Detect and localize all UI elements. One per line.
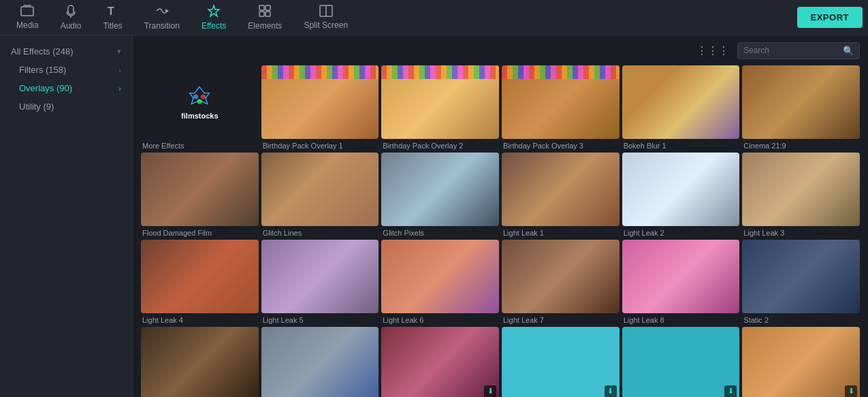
svg-rect-5 (259, 5, 264, 10)
grid-item-birthday3[interactable]: Birthday Pack Overlay 3 (502, 65, 620, 150)
grid-item-ll7[interactable]: Light Leak 7 (502, 240, 620, 324)
content-toolbar: ⋮⋮⋮ 🔍 (133, 35, 868, 65)
grid-item-birthday2[interactable]: Birthday Pack Overlay 2 (381, 65, 499, 150)
nav-audio[interactable]: Audio (50, 0, 93, 35)
grid-item-statica[interactable]: Static A (141, 327, 259, 397)
grid-item-label: Light Leak 2 (622, 229, 740, 237)
grid-item-bokeh1[interactable]: ⬇Bokeh 1 (742, 327, 860, 397)
grid-item-ll3[interactable]: Light Leak 3 (742, 153, 860, 237)
grid-item-flood[interactable]: Flood Damaged Film (141, 153, 259, 237)
nav-media[interactable]: Media (5, 1, 50, 34)
export-button[interactable]: EXPORT (797, 7, 863, 28)
grid-view-toggle[interactable]: ⋮⋮⋮ (694, 43, 732, 59)
chevron-down-icon: ▾ (117, 47, 121, 56)
grid-item-label: Light Leak 8 (622, 316, 740, 324)
search-input[interactable] (743, 46, 839, 55)
svg-point-13 (193, 94, 198, 99)
grid-item-label: Light Leak 3 (742, 229, 860, 237)
sidebar-item-filters[interactable]: Filters (158) › (0, 61, 132, 79)
nav-splitscreen-label: Split Screen (304, 20, 348, 30)
sidebar-item-overlays[interactable]: Overlays (90) › (0, 79, 132, 97)
elements-icon (258, 4, 272, 20)
grid-item-label: Light Leak 7 (502, 316, 620, 324)
grid-item-label: Light Leak 6 (381, 316, 499, 324)
download-badge[interactable]: ⬇ (845, 385, 857, 397)
search-icon: 🔍 (843, 46, 854, 56)
grid-item-ll6[interactable]: Light Leak 6 (381, 240, 499, 324)
effects-grid: filmstocks More EffectsBirthday Pack Ove… (133, 65, 868, 397)
grid-item-strongglitch[interactable]: Strong Glitch (261, 327, 379, 397)
download-badge[interactable]: ⬇ (724, 385, 737, 397)
nav-transition-label: Transition (144, 21, 180, 31)
sidebar-utility-label: Utility (9) (19, 101, 54, 112)
nav-elements-label: Elements (248, 21, 282, 31)
grid-item-ll2[interactable]: Light Leak 2 (622, 153, 740, 237)
svg-marker-3 (165, 9, 169, 13)
grid-item-aqua2[interactable]: ⬇Aqua 2 (622, 327, 740, 397)
grid-item-ll5[interactable]: Light Leak 5 (261, 240, 379, 324)
sidebar-filters-label: Filters (158) (19, 65, 66, 75)
nav-media-label: Media (16, 20, 39, 30)
grid-item-ll1[interactable]: Light Leak 1 (502, 153, 620, 237)
main-area: All Effects (248) ▾ Filters (158) › Over… (0, 35, 868, 397)
grid-item-cinema[interactable]: Cinema 21:9 (742, 65, 860, 150)
svg-point-14 (201, 94, 206, 99)
sidebar-overlays-label: Overlays (90) (19, 83, 72, 93)
sidebar: All Effects (248) ▾ Filters (158) › Over… (0, 35, 133, 397)
top-nav: Media Audio T Titles Transition Effects … (0, 0, 868, 35)
svg-point-15 (197, 99, 202, 104)
grid-item-ll4[interactable]: Light Leak 4 (141, 240, 259, 324)
svg-marker-4 (208, 5, 219, 16)
chevron-right-icon-2: › (118, 84, 121, 93)
grid-item-aqua1[interactable]: ⬇Aqua 1 (502, 327, 620, 397)
grid-item-label: Glitch Lines (261, 229, 379, 237)
grid-item-glitch-lines[interactable]: Glitch Lines (261, 153, 379, 237)
grid-item-label: Flood Damaged Film (141, 229, 259, 237)
nav-effects[interactable]: Effects (191, 0, 237, 35)
download-badge[interactable]: ⬇ (605, 385, 617, 397)
grid-item-birthday1[interactable]: Birthday Pack Overlay 1 (261, 65, 379, 150)
sidebar-item-all-effects[interactable]: All Effects (248) ▾ (0, 42, 132, 61)
media-icon (20, 5, 34, 19)
svg-text:T: T (108, 5, 114, 17)
sidebar-item-utility[interactable]: Utility (9) (0, 97, 132, 116)
svg-rect-8 (266, 12, 270, 16)
svg-rect-6 (266, 5, 270, 10)
sidebar-all-effects-label: All Effects (248) (11, 46, 74, 57)
svg-rect-0 (21, 7, 33, 16)
grid-item-bokeh-blur[interactable]: Bokeh Blur 1 (622, 65, 740, 150)
grid-item-label: Light Leak 1 (502, 229, 620, 237)
grid-item-label: Static 2 (742, 316, 860, 324)
content-area: ⋮⋮⋮ 🔍 filmstocks More EffectsBirthday Pa… (133, 35, 868, 397)
grid-item-static2[interactable]: Static 2 (742, 240, 860, 324)
chevron-right-icon: › (118, 66, 121, 74)
svg-rect-7 (259, 12, 264, 16)
nav-audio-label: Audio (61, 21, 82, 31)
nav-titles[interactable]: T Titles (92, 0, 133, 35)
grid-item-label: Birthday Pack Overlay 3 (502, 142, 620, 150)
grid-item-ll8[interactable]: Light Leak 8 (622, 240, 740, 324)
download-badge[interactable]: ⬇ (484, 385, 496, 397)
search-box: 🔍 (737, 42, 860, 59)
nav-elements[interactable]: Elements (237, 0, 293, 35)
splitscreen-icon (319, 5, 333, 19)
nav-titles-label: Titles (103, 21, 122, 31)
grid-item-90sviewfinder[interactable]: ⬇90's Viewfinder (381, 327, 499, 397)
grid-item-glitch-pixels[interactable]: Glitch Pixels (381, 153, 499, 237)
effects-icon (207, 4, 221, 20)
svg-rect-11 (187, 84, 212, 109)
grid-item-label: Birthday Pack Overlay 1 (261, 142, 379, 150)
grid-item-label: Birthday Pack Overlay 2 (381, 142, 499, 150)
grid-item-label: Bokeh Blur 1 (622, 142, 740, 150)
grid-item-label: More Effects (141, 142, 259, 150)
grid-item-label: Cinema 21:9 (742, 142, 860, 150)
grid-item-label: Light Leak 5 (261, 316, 379, 324)
titles-icon: T (107, 4, 119, 20)
grid-item-label: Glitch Pixels (381, 229, 499, 237)
transition-icon (155, 4, 169, 20)
grid-item-label: Light Leak 4 (141, 316, 259, 324)
audio-icon (65, 4, 77, 20)
grid-item-filmstocks[interactable]: filmstocks More Effects (141, 65, 259, 150)
nav-splitscreen[interactable]: Split Screen (293, 1, 359, 34)
nav-transition[interactable]: Transition (133, 0, 191, 35)
